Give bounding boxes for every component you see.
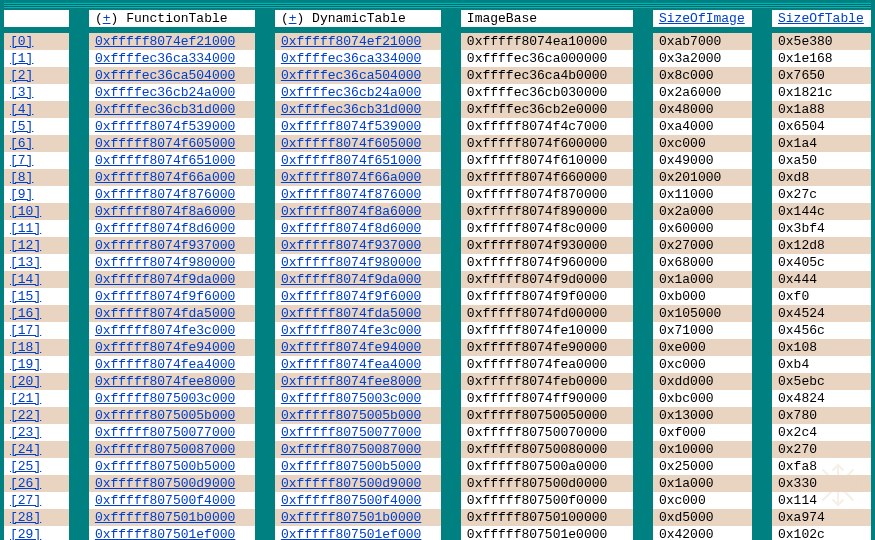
row-index[interactable]: [12]: [4, 237, 69, 254]
row-dynamic-table[interactable]: 0xfffff8074fee8000: [275, 373, 441, 390]
row-dynamic-table[interactable]: 0xffffec36ca334000: [275, 50, 441, 67]
row-dynamic-table[interactable]: 0xfffff8074f876000: [275, 186, 441, 203]
row-function-table[interactable]: 0xfffff8074f66a000: [89, 169, 255, 186]
row-function-table[interactable]: 0xffffec36ca504000: [89, 67, 255, 84]
row-function-table[interactable]: 0xfffff8074f8a6000: [89, 203, 255, 220]
row-function-table[interactable]: 0xfffff8074fee8000: [89, 373, 255, 390]
row-function-table[interactable]: 0xfffff807501ef000: [89, 526, 255, 540]
row-size-of-table: 0x4524: [772, 305, 871, 322]
row-function-table[interactable]: 0xfffff8074f9da000: [89, 271, 255, 288]
row-index[interactable]: [4]: [4, 101, 69, 118]
row-index[interactable]: [6]: [4, 135, 69, 152]
row-dynamic-table[interactable]: 0xfffff807501b0000: [275, 509, 441, 526]
row-index[interactable]: [18]: [4, 339, 69, 356]
row-index[interactable]: [28]: [4, 509, 69, 526]
row-function-table[interactable]: 0xfffff8074f980000: [89, 254, 255, 271]
row-function-table[interactable]: 0xfffff8074ef21000: [89, 33, 255, 50]
expand-function-table-icon[interactable]: +: [103, 11, 111, 26]
row-function-table[interactable]: 0xfffff8074f937000: [89, 237, 255, 254]
row-function-table[interactable]: 0xfffff807501b0000: [89, 509, 255, 526]
expand-dynamic-table-icon[interactable]: +: [289, 11, 297, 26]
row-index[interactable]: [0]: [4, 33, 69, 50]
row-function-table[interactable]: 0xfffff807500b5000: [89, 458, 255, 475]
row-index[interactable]: [5]: [4, 118, 69, 135]
row-index[interactable]: [9]: [4, 186, 69, 203]
row-dynamic-table[interactable]: 0xfffff807501ef000: [275, 526, 441, 540]
row-index[interactable]: [2]: [4, 67, 69, 84]
row-dynamic-table[interactable]: 0xfffff8074fe94000: [275, 339, 441, 356]
row-dynamic-table[interactable]: 0xffffec36ca504000: [275, 67, 441, 84]
row-index[interactable]: [17]: [4, 322, 69, 339]
row-function-table[interactable]: 0xfffff8074f876000: [89, 186, 255, 203]
row-index[interactable]: [22]: [4, 407, 69, 424]
row-dynamic-table[interactable]: 0xfffff80750077000: [275, 424, 441, 441]
row-function-table[interactable]: 0xfffff807500f4000: [89, 492, 255, 509]
row-index[interactable]: [29]: [4, 526, 69, 540]
row-size-of-image: 0xc000: [653, 492, 752, 509]
row-index[interactable]: [11]: [4, 220, 69, 237]
row-function-table[interactable]: 0xfffff8074f651000: [89, 152, 255, 169]
row-dynamic-table[interactable]: 0xfffff807500b5000: [275, 458, 441, 475]
row-dynamic-table[interactable]: 0xfffff8074ef21000: [275, 33, 441, 50]
row-dynamic-table[interactable]: 0xfffff807500d9000: [275, 475, 441, 492]
row-index[interactable]: [10]: [4, 203, 69, 220]
row-function-table[interactable]: 0xffffec36cb31d000: [89, 101, 255, 118]
row-function-table[interactable]: 0xfffff8075003c000: [89, 390, 255, 407]
row-index[interactable]: [16]: [4, 305, 69, 322]
row-index[interactable]: [8]: [4, 169, 69, 186]
row-dynamic-table[interactable]: 0xfffff807500f4000: [275, 492, 441, 509]
col-function-table-header[interactable]: (+) FunctionTable: [89, 10, 255, 27]
row-index[interactable]: [19]: [4, 356, 69, 373]
row-function-table[interactable]: 0xfffff8074f539000: [89, 118, 255, 135]
row-index[interactable]: [21]: [4, 390, 69, 407]
row-dynamic-table[interactable]: 0xfffff8074f8d6000: [275, 220, 441, 237]
row-function-table[interactable]: 0xfffff80750077000: [89, 424, 255, 441]
row-dynamic-table[interactable]: 0xfffff8074f937000: [275, 237, 441, 254]
row-dynamic-table[interactable]: 0xfffff8074f8a6000: [275, 203, 441, 220]
row-function-table[interactable]: 0xffffec36cb24a000: [89, 84, 255, 101]
row-index[interactable]: [14]: [4, 271, 69, 288]
row-dynamic-table[interactable]: 0xfffff8074f539000: [275, 118, 441, 135]
row-dynamic-table[interactable]: 0xfffff8075003c000: [275, 390, 441, 407]
row-dynamic-table[interactable]: 0xffffec36cb31d000: [275, 101, 441, 118]
row-index[interactable]: [3]: [4, 84, 69, 101]
row-index[interactable]: [1]: [4, 50, 69, 67]
row-function-table[interactable]: 0xfffff8074f605000: [89, 135, 255, 152]
row-function-table[interactable]: 0xffffec36ca334000: [89, 50, 255, 67]
row-dynamic-table[interactable]: 0xfffff8074f9f6000: [275, 288, 441, 305]
row-index[interactable]: [26]: [4, 475, 69, 492]
row-dynamic-table[interactable]: 0xfffff8075005b000: [275, 407, 441, 424]
row-index[interactable]: [25]: [4, 458, 69, 475]
row-dynamic-table[interactable]: 0xfffff8074fe3c000: [275, 322, 441, 339]
row-index[interactable]: [7]: [4, 152, 69, 169]
row-function-table[interactable]: 0xfffff8074fe3c000: [89, 322, 255, 339]
row-dynamic-table[interactable]: 0xfffff8074f66a000: [275, 169, 441, 186]
row-dynamic-table[interactable]: 0xfffff8074f9da000: [275, 271, 441, 288]
row-function-table[interactable]: 0xfffff80750087000: [89, 441, 255, 458]
row-index[interactable]: [27]: [4, 492, 69, 509]
row-dynamic-table[interactable]: 0xfffff8074fda5000: [275, 305, 441, 322]
row-dynamic-table[interactable]: 0xfffff8074f651000: [275, 152, 441, 169]
col-image-base-header[interactable]: ImageBase: [461, 10, 633, 27]
row-function-table[interactable]: 0xfffff8074fe94000: [89, 339, 255, 356]
col-size-of-table-header[interactable]: SizeOfTable: [772, 10, 871, 27]
row-index[interactable]: [15]: [4, 288, 69, 305]
row-index[interactable]: [20]: [4, 373, 69, 390]
row-index[interactable]: [13]: [4, 254, 69, 271]
row-dynamic-table[interactable]: 0xfffff8074f980000: [275, 254, 441, 271]
row-function-table[interactable]: 0xfffff8075005b000: [89, 407, 255, 424]
row-function-table[interactable]: 0xfffff8074fea4000: [89, 356, 255, 373]
row-function-table[interactable]: 0xfffff807500d9000: [89, 475, 255, 492]
row-function-table[interactable]: 0xfffff8074f8d6000: [89, 220, 255, 237]
row-function-table[interactable]: 0xfffff8074f9f6000: [89, 288, 255, 305]
row-size-of-table: 0x270: [772, 441, 871, 458]
row-function-table[interactable]: 0xfffff8074fda5000: [89, 305, 255, 322]
row-dynamic-table[interactable]: 0xfffff8074fea4000: [275, 356, 441, 373]
row-index[interactable]: [23]: [4, 424, 69, 441]
row-dynamic-table[interactable]: 0xffffec36cb24a000: [275, 84, 441, 101]
row-dynamic-table[interactable]: 0xfffff80750087000: [275, 441, 441, 458]
col-dynamic-table-header[interactable]: (+) DynamicTable: [275, 10, 441, 27]
row-index[interactable]: [24]: [4, 441, 69, 458]
row-dynamic-table[interactable]: 0xfffff8074f605000: [275, 135, 441, 152]
col-size-of-image-header[interactable]: SizeOfImage: [653, 10, 752, 27]
